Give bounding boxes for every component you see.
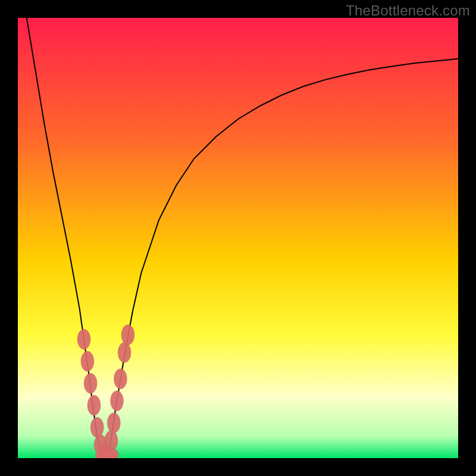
gradient-background <box>18 18 458 458</box>
data-marker <box>90 417 104 437</box>
data-marker <box>114 369 127 389</box>
chart-frame: TheBottleneck.com <box>0 0 476 476</box>
data-marker <box>102 448 118 458</box>
watermark-text: TheBottleneck.com <box>346 2 470 19</box>
chart-plot-area <box>18 18 458 458</box>
data-marker <box>121 325 134 345</box>
bottleneck-chart <box>18 18 458 458</box>
data-marker <box>118 342 131 362</box>
data-marker <box>105 430 118 450</box>
data-marker <box>111 391 124 411</box>
data-marker <box>87 395 101 415</box>
data-marker <box>77 329 90 349</box>
data-marker <box>84 373 97 393</box>
data-marker <box>107 413 120 433</box>
data-marker <box>81 351 94 371</box>
